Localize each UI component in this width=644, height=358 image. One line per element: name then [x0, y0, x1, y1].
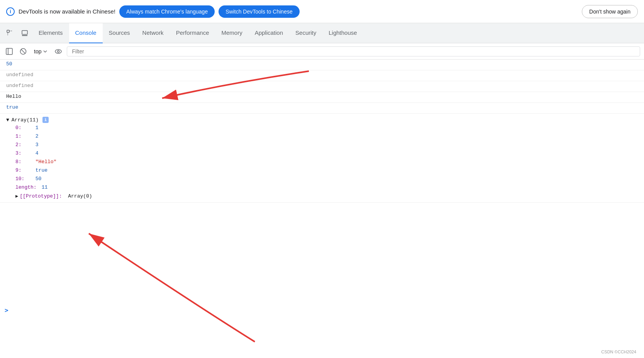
- console-toolbar: top: [0, 43, 644, 60]
- array-entry-0: 0: 1: [15, 124, 638, 133]
- prototype-label: [[Prototype]]:: [20, 193, 62, 199]
- tabs-bar: Elements Console Sources Network Perform…: [0, 23, 644, 43]
- prompt-chevron: >: [5, 307, 8, 314]
- console-prompt-line: >: [0, 302, 16, 319]
- array-entry-10: 10: 50: [15, 176, 638, 184]
- array-entry-9: 9: true: [15, 167, 638, 176]
- filter-container: [67, 46, 640, 56]
- notification-message: DevTools is now available in Chinese!: [19, 8, 115, 15]
- entry-val-9: true: [36, 167, 47, 173]
- array-entry-1: 1: 2: [15, 133, 638, 141]
- context-selector[interactable]: top: [32, 48, 50, 55]
- prototype-array-val: Array(0): [68, 193, 92, 199]
- svg-line-8: [21, 49, 25, 53]
- entry-key-1: 1:: [15, 133, 31, 139]
- tab-application[interactable]: Application: [249, 23, 289, 43]
- entry-key-length: length:: [15, 184, 37, 190]
- array-block: ▼ Array(11) i 0: 1 1: 2 2: 3: [0, 114, 644, 203]
- switch-devtools-button[interactable]: Switch DevTools to Chinese: [219, 5, 300, 18]
- array-entry-3: 3: 4: [15, 150, 638, 159]
- entry-val-0: 1: [36, 125, 39, 131]
- tab-network[interactable]: Network: [136, 23, 170, 43]
- selector-icon-btn[interactable]: [3, 26, 17, 40]
- tab-performance[interactable]: Performance: [170, 23, 215, 43]
- entry-val-2: 3: [36, 142, 39, 148]
- array-toggle-icon: ▼: [6, 117, 9, 123]
- clear-console-button[interactable]: [18, 46, 29, 57]
- entry-key-3: 3:: [15, 150, 31, 156]
- top-label: top: [34, 48, 41, 55]
- entry-val-1: 2: [36, 133, 39, 139]
- entry-key-9: 9:: [15, 167, 31, 173]
- entry-key-10: 10:: [15, 176, 31, 182]
- array-entry-length: length: 11: [15, 184, 638, 193]
- entry-key-0: 0:: [15, 125, 31, 131]
- console-line-undefined-1: undefined: [0, 70, 644, 81]
- console-line-hello: Hello: [0, 92, 644, 103]
- svg-rect-3: [22, 31, 27, 34]
- tab-sources[interactable]: Sources: [103, 23, 136, 43]
- clear-icon: [20, 48, 27, 55]
- console-output: 50 undefined undefined Hello true ▼ Arra…: [0, 60, 644, 330]
- watermark: CSDN ©CCH2024: [601, 349, 636, 354]
- tab-elements[interactable]: Elements: [32, 23, 69, 43]
- selector-icon: [7, 30, 14, 37]
- entry-val-8: "Hello": [36, 159, 57, 165]
- console-line-undefined-2: undefined: [0, 81, 644, 92]
- info-icon: i: [6, 7, 15, 16]
- svg-rect-5: [6, 48, 12, 55]
- array-entry-2: 2: 3: [15, 141, 638, 150]
- eye-icon: [55, 48, 62, 55]
- console-line-true: true: [0, 103, 644, 114]
- chevron-down-icon: [43, 49, 47, 54]
- console-line-50: 50: [0, 60, 644, 70]
- array-label: Array(11): [12, 117, 39, 123]
- sidebar-toggle-button[interactable]: [4, 46, 15, 57]
- tab-memory[interactable]: Memory: [215, 23, 249, 43]
- entry-val-10: 50: [36, 176, 42, 182]
- svg-point-9: [55, 49, 61, 53]
- array-info-badge: i: [42, 117, 49, 123]
- entry-key-8: 8:: [15, 159, 31, 165]
- inspector-icon: [21, 30, 28, 37]
- tab-lighthouse[interactable]: Lighthouse: [322, 23, 363, 43]
- entry-val-length: 11: [42, 184, 48, 190]
- dont-show-again-button[interactable]: Don't show again: [582, 5, 638, 18]
- sidebar-icon: [6, 48, 13, 55]
- tab-console[interactable]: Console: [69, 23, 103, 43]
- prototype-toggle-icon: ▶: [15, 193, 18, 199]
- array-entry-8: 8: "Hello": [15, 159, 638, 167]
- match-language-button[interactable]: Always match Chrome's language: [119, 5, 215, 18]
- svg-point-10: [58, 50, 59, 52]
- array-entries: 0: 1 1: 2 2: 3 3: 4: [6, 124, 638, 200]
- entry-val-3: 4: [36, 150, 39, 156]
- svg-rect-4: [22, 35, 27, 36]
- eye-toggle-button[interactable]: [53, 46, 64, 57]
- prototype-line[interactable]: ▶ [[Prototype]]: Array(0): [15, 193, 638, 200]
- tab-security[interactable]: Security: [289, 23, 322, 43]
- filter-input[interactable]: [69, 47, 638, 56]
- prototype-value: [63, 193, 66, 199]
- svg-rect-0: [7, 30, 9, 32]
- entry-key-2: 2:: [15, 142, 31, 148]
- array-header[interactable]: ▼ Array(11) i: [6, 116, 638, 124]
- inspector-icon-btn[interactable]: [18, 26, 32, 40]
- notification-bar: i DevTools is now available in Chinese! …: [0, 0, 644, 23]
